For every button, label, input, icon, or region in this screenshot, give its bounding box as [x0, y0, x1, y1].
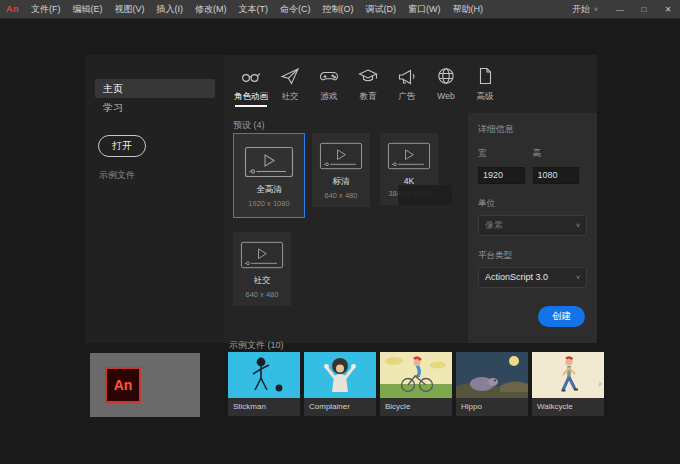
tab-label: 高级	[477, 91, 494, 103]
menu-text[interactable]: 文本(T)	[233, 3, 275, 16]
megaphone-icon	[397, 65, 417, 87]
platform-label: 平台类型	[478, 250, 587, 262]
chevron-down-icon: ˅	[576, 274, 580, 281]
sample-name: Hippo	[456, 398, 528, 416]
tab-social[interactable]: 社交	[272, 65, 308, 107]
sample-card-bicycle[interactable]: Bicycle	[380, 352, 452, 416]
main-content: 角色动画 社交 游戏	[225, 55, 597, 343]
sample-card-complainer[interactable]: Complainer	[304, 352, 376, 416]
complainer-thumbnail	[304, 352, 376, 398]
samples-scroll-right-arrow[interactable]: ›	[598, 377, 602, 389]
tab-ads[interactable]: 广告	[389, 65, 425, 107]
preset-dimensions: 640 x 480	[325, 191, 358, 200]
sample-name: Complainer	[304, 398, 376, 416]
file-icon	[475, 65, 495, 87]
sample-name: Bicycle	[380, 398, 452, 416]
create-button[interactable]: 创建	[538, 306, 585, 327]
hippo-thumbnail	[456, 352, 528, 398]
details-header: 详细信息	[478, 123, 587, 136]
presets-header: 预设 (4)	[233, 119, 265, 132]
menu-debug[interactable]: 调试(D)	[360, 3, 403, 16]
video-doc-icon	[387, 142, 431, 170]
tab-games[interactable]: 游戏	[311, 65, 347, 107]
category-tabs: 角色动画 社交 游戏	[233, 65, 506, 107]
menu-view[interactable]: 视图(V)	[109, 3, 151, 16]
sidebar-item-home[interactable]: 主页	[95, 79, 215, 98]
preset-card-sd[interactable]: 标清 640 x 480	[312, 133, 370, 207]
preset-dimensions: 1920 x 1080	[248, 199, 289, 208]
units-select: 像素 ˅	[478, 215, 587, 236]
tab-label: 游戏	[321, 91, 338, 103]
sample-card-walkcycle[interactable]: Walkcycle	[532, 352, 604, 416]
graduation-cap-icon	[358, 65, 378, 87]
gamepad-icon	[319, 65, 339, 87]
menu-modify[interactable]: 修改(M)	[189, 3, 233, 16]
sample-name: Stickman	[228, 398, 300, 416]
animate-promo-card: An	[90, 353, 200, 417]
maximize-button[interactable]: □	[632, 0, 656, 18]
details-panel: 详细信息 宽 高 单位 像素 ˅ 平台类型 ActionScript 3.0 ˅	[468, 113, 597, 343]
preset-card-4k[interactable]: 4K 3840 x 2160	[380, 133, 438, 205]
height-label: 高	[533, 148, 580, 160]
app-logo-an-icon: An	[0, 4, 25, 14]
menu-window[interactable]: 窗口(W)	[402, 3, 447, 16]
bicycle-thumbnail	[380, 352, 452, 398]
tab-character-animation[interactable]: 角色动画	[233, 65, 269, 107]
units-value: 像素	[485, 219, 503, 232]
sample-files-row: Stickman Complainer	[228, 352, 608, 416]
tab-label: 社交	[282, 91, 299, 103]
units-label: 单位	[478, 198, 587, 210]
chevron-down-icon: ˅	[576, 222, 580, 229]
goggles-icon	[240, 65, 262, 87]
sidebar-item-learn[interactable]: 学习	[95, 98, 215, 117]
width-label: 宽	[478, 148, 525, 160]
video-doc-icon	[319, 142, 363, 170]
platform-select[interactable]: ActionScript 3.0 ˅	[478, 267, 587, 288]
video-doc-icon	[244, 146, 294, 178]
open-button[interactable]: 打开	[98, 135, 146, 157]
preset-grid: 全高清 1920 x 1080 标清 640 x 480 4K	[233, 133, 473, 320]
sample-card-stickman[interactable]: Stickman	[228, 352, 300, 416]
tab-label: 角色动画	[234, 91, 268, 103]
sidebar: 主页 学习 打开 示例文件	[85, 55, 225, 343]
globe-icon	[436, 65, 456, 87]
stickman-thumbnail	[228, 352, 300, 398]
preset-label: 全高清	[256, 184, 282, 196]
walkcycle-thumbnail	[532, 352, 604, 398]
workspace-switcher[interactable]: 开始	[562, 3, 594, 16]
width-input[interactable]	[478, 167, 525, 184]
tab-label: Web	[437, 91, 454, 101]
menu-edit[interactable]: 编辑(E)	[67, 3, 109, 16]
sample-name: Walkcycle	[532, 398, 604, 416]
sample-card-hippo[interactable]: Hippo	[456, 352, 528, 416]
menu-help[interactable]: 帮助(H)	[447, 3, 490, 16]
titlebar: An 文件(F) 编辑(E) 视图(V) 插入(I) 修改(M) 文本(T) 命…	[0, 0, 680, 19]
height-input[interactable]	[533, 167, 580, 184]
close-button[interactable]: ✕	[656, 0, 680, 18]
tooltip-shadow-overlay	[398, 185, 452, 205]
paper-plane-icon	[280, 65, 300, 87]
preset-label: 标清	[333, 176, 350, 188]
tab-web[interactable]: Web	[428, 65, 464, 107]
preset-card-fullhd[interactable]: 全高清 1920 x 1080	[233, 133, 305, 218]
menu-control[interactable]: 控制(O)	[317, 3, 360, 16]
preset-card-social[interactable]: 社交 640 x 480	[233, 232, 291, 306]
preset-label: 社交	[254, 275, 271, 287]
preset-dimensions: 640 x 480	[246, 290, 279, 299]
workspace-caret-icon[interactable]: ˅	[594, 6, 608, 13]
tab-advanced[interactable]: 高级	[467, 65, 503, 107]
menu-commands[interactable]: 命令(C)	[274, 3, 317, 16]
video-doc-icon	[240, 241, 284, 269]
tab-label: 教育	[360, 91, 377, 103]
platform-value: ActionScript 3.0	[485, 272, 548, 282]
animate-app-icon: An	[105, 367, 141, 403]
minimize-button[interactable]: —	[608, 0, 632, 18]
home-screen-panel: 主页 学习 打开 示例文件 角色动画	[85, 55, 597, 343]
menu-file[interactable]: 文件(F)	[25, 3, 67, 16]
sidebar-sample-files-link[interactable]: 示例文件	[99, 169, 135, 182]
menu-insert[interactable]: 插入(I)	[151, 3, 190, 16]
tab-education[interactable]: 教育	[350, 65, 386, 107]
tab-label: 广告	[399, 91, 416, 103]
sample-files-header: 示例文件 (10)	[229, 339, 284, 352]
